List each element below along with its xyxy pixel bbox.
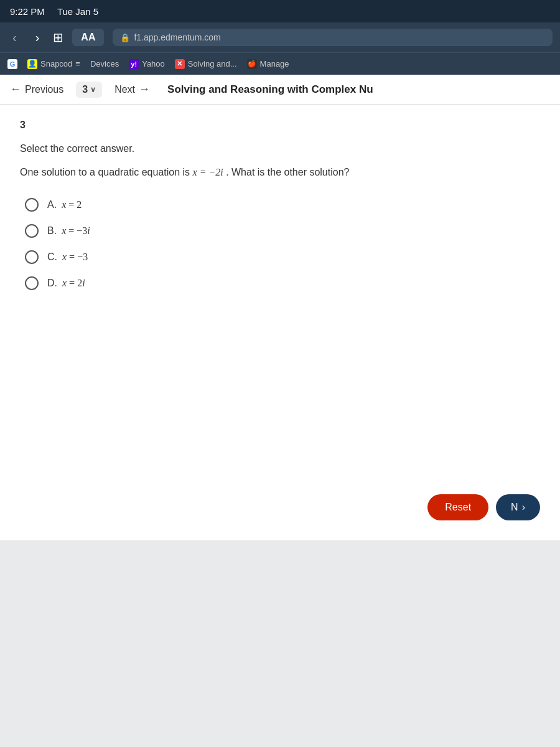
devices-label: Devices <box>90 59 119 68</box>
page-title: Solving and Reasoning with Complex Nu <box>157 83 550 96</box>
yahoo-icon: y! <box>129 59 139 69</box>
browser-chrome: ‹ › ⊞ AA 🔒 f1.app.edmentum.com <box>0 22 560 52</box>
action-bar: Reset N › <box>427 494 540 520</box>
next-action-label: N <box>511 502 518 513</box>
snapcod-divider-icon: ≡ <box>75 59 80 68</box>
choice-a-label: A. x = 2 <box>47 199 82 210</box>
bookmark-solving[interactable]: ✕ Solving and... <box>175 59 237 69</box>
choice-a[interactable]: A. x = 2 <box>25 198 540 212</box>
question-text: One solution to a quadratic equation is … <box>20 164 540 181</box>
radio-b[interactable] <box>25 224 39 238</box>
content-area: 3 Select the correct answer. One solutio… <box>0 105 560 747</box>
bookmark-devices[interactable]: Devices <box>90 59 119 68</box>
google-icon: G <box>7 59 17 69</box>
page-nav-bar: ← Previous 3 ∨ Next → Solving and Reason… <box>0 75 560 105</box>
url-text: f1.app.edmentum.com <box>134 32 220 42</box>
choice-d[interactable]: D. x = 2i <box>25 276 540 290</box>
bookmarks-bar: G 👤 Snapcod ≡ Devices y! Yahoo ✕ Solving… <box>0 52 560 75</box>
snapcod-label: Snapcod <box>40 59 72 68</box>
next-button[interactable]: Next → <box>107 78 157 101</box>
next-action-button[interactable]: N › <box>496 494 540 520</box>
choice-c-label: C. x = −3 <box>47 251 88 263</box>
question-number: 3 <box>20 120 540 131</box>
reader-aa-button[interactable]: AA <box>72 29 104 46</box>
status-bar: 9:22 PM Tue Jan 5 <box>0 0 560 22</box>
yahoo-label: Yahoo <box>142 59 165 68</box>
forward-button[interactable]: › <box>30 28 45 47</box>
choice-d-label: D. x = 2i <box>47 278 85 289</box>
solving-label: Solving and... <box>188 59 237 68</box>
bookmark-manage[interactable]: 🍎 Manage <box>247 59 289 69</box>
page-number: 3 <box>82 84 88 95</box>
next-arrow-icon: → <box>139 83 150 96</box>
status-day: Tue Jan 5 <box>57 6 98 17</box>
radio-a[interactable] <box>25 198 39 212</box>
previous-arrow-icon: ← <box>10 83 21 96</box>
reset-button[interactable]: Reset <box>427 494 488 520</box>
next-action-arrow-icon: › <box>522 502 525 513</box>
choice-b[interactable]: B. x = −3i <box>25 224 540 238</box>
radio-d[interactable] <box>25 276 39 290</box>
choice-c[interactable]: C. x = −3 <box>25 250 540 264</box>
manage-label: Manage <box>260 59 289 68</box>
bookmark-yahoo[interactable]: y! Yahoo <box>129 59 165 69</box>
apple-icon: 🍎 <box>247 59 257 69</box>
bookmark-google[interactable]: G <box>7 59 17 69</box>
url-bar[interactable]: 🔒 f1.app.edmentum.com <box>113 29 553 46</box>
question-text-suffix: . What is the other solution? <box>226 167 349 177</box>
question-instruction: Select the correct answer. <box>20 143 540 154</box>
bookmark-snapcod[interactable]: 👤 Snapcod ≡ <box>27 59 80 69</box>
status-time: 9:22 PM <box>10 6 45 17</box>
lock-icon: 🔒 <box>120 33 130 42</box>
choice-b-label: B. x = −3i <box>47 225 90 237</box>
page-number-badge[interactable]: 3 ∨ <box>76 82 102 98</box>
solving-icon: ✕ <box>175 59 185 69</box>
snapcod-icon: 👤 <box>27 59 37 69</box>
question-text-prefix: One solution to a quadratic equation is <box>20 167 193 177</box>
chevron-down-icon: ∨ <box>90 85 96 94</box>
back-button[interactable]: ‹ <box>7 28 22 47</box>
radio-c[interactable] <box>25 250 39 264</box>
bookmarks-icon[interactable]: ⊞ <box>53 30 63 45</box>
previous-button[interactable]: ← Previous <box>10 78 71 101</box>
previous-label: Previous <box>25 84 63 95</box>
next-label: Next <box>114 84 135 95</box>
question-card: 3 Select the correct answer. One solutio… <box>0 105 560 540</box>
question-equation: x = −2i <box>193 167 223 177</box>
answer-choices: A. x = 2 B. x = −3i C. x = −3 <box>25 198 540 290</box>
